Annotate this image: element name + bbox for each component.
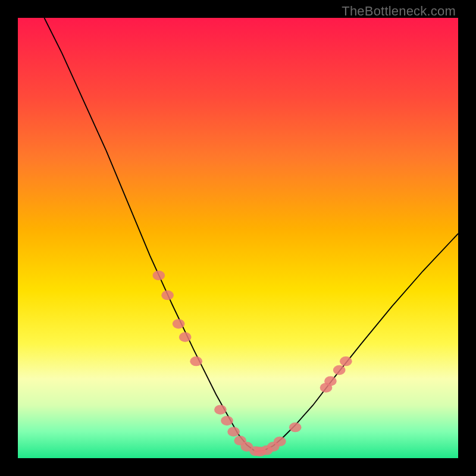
marker-point xyxy=(179,332,192,342)
chart-svg xyxy=(18,18,458,458)
highlight-markers xyxy=(152,271,352,456)
marker-point xyxy=(324,376,337,386)
series-right-curve xyxy=(256,234,458,452)
marker-point xyxy=(227,427,240,436)
marker-point xyxy=(214,405,227,414)
marker-point xyxy=(340,356,352,366)
right-curve-line xyxy=(256,234,458,452)
series-left-curve xyxy=(44,18,255,452)
marker-point xyxy=(152,271,165,280)
marker-point xyxy=(274,437,286,446)
marker-point xyxy=(333,365,346,375)
marker-point xyxy=(190,356,202,366)
marker-point xyxy=(289,422,302,432)
marker-point xyxy=(221,416,233,425)
marker-point xyxy=(173,319,185,328)
chart-container: TheBottleneck.com xyxy=(0,0,476,476)
marker-point xyxy=(161,290,174,300)
watermark-text: TheBottleneck.com xyxy=(342,4,456,19)
left-curve-line xyxy=(44,18,255,452)
